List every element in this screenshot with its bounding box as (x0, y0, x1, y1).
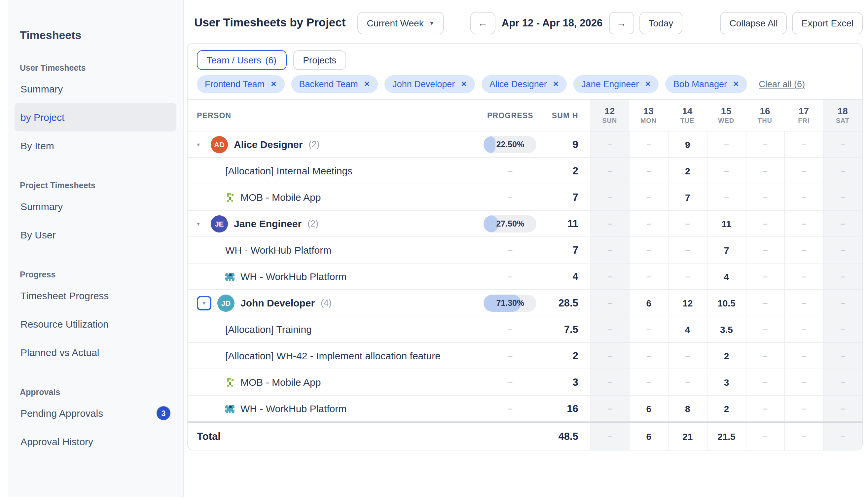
remove-filter-icon[interactable]: ✕ (645, 80, 651, 89)
day-hours-cell: – (668, 369, 707, 395)
empty-hours-dash: – (763, 431, 768, 441)
empty-hours-dash: – (802, 351, 806, 361)
empty-hours-dash: – (763, 272, 768, 281)
sidebar-section-label: User Timesheets (20, 64, 183, 73)
sidebar-item-by-project[interactable]: by Project (14, 103, 176, 132)
day-hours-cell: – (745, 158, 785, 184)
empty-hours-dash: – (802, 166, 806, 176)
day-hours-cell: – (745, 290, 785, 316)
row-label-cell: ▾JEJane Engineer(2) (187, 211, 481, 237)
progress-cell: – (481, 369, 540, 395)
clear-all-filters-link[interactable]: Clear all (6) (759, 79, 805, 89)
day-hours-cell: – (745, 369, 785, 395)
empty-hours-dash: – (802, 245, 806, 255)
period-selector-button[interactable]: Current Week ▼ (357, 12, 444, 34)
project-row: MOB - Mobile App–3–––3––– (187, 369, 862, 396)
empty-hours-dash: – (802, 404, 806, 413)
sidebar-item-summary[interactable]: Summary (14, 192, 176, 220)
empty-hours-dash: – (841, 377, 845, 387)
sidebar-item-label: Pending Approvals (21, 408, 103, 419)
progress-pill: 22.50% (484, 136, 537, 153)
sum-hours: 4 (540, 271, 590, 282)
filter-chip[interactable]: Backend Team✕ (291, 75, 378, 93)
person-name: John Developer (240, 297, 315, 308)
total-day-hours-cell: – (823, 423, 862, 450)
export-excel-button[interactable]: Export Excel (792, 12, 863, 34)
project-row: WH - WorkHub Platform–16–682––– (187, 396, 862, 421)
empty-hours-dash: – (647, 139, 651, 149)
filter-chip-label: Frontend Team (205, 79, 265, 89)
remove-filter-icon[interactable]: ✕ (271, 80, 276, 89)
project-row: WH - WorkHub Platform–4–––4––– (187, 263, 862, 290)
empty-hours-dash: – (647, 351, 651, 361)
today-button[interactable]: Today (639, 12, 683, 34)
next-week-button[interactable]: → (609, 12, 634, 34)
remove-filter-icon[interactable]: ✕ (733, 80, 739, 89)
day-column-header: 16THU (745, 100, 785, 131)
remove-filter-icon[interactable]: ✕ (364, 80, 370, 89)
sidebar-item-timesheet-progress[interactable]: Timesheet Progress (14, 281, 176, 310)
collapse-toggle[interactable]: ▾ (197, 141, 205, 148)
row-label-cell: MOB - Mobile App (187, 369, 481, 395)
progress-value: 22.50% (496, 140, 524, 149)
sidebar-item-planned-vs-actual[interactable]: Planned vs Actual (14, 338, 176, 366)
prev-week-button[interactable]: ← (470, 12, 495, 34)
sidebar-item-label: by Project (21, 112, 65, 123)
sidebar-item-label: By User (21, 229, 56, 240)
tab-team-users[interactable]: Team / Users (6) (197, 50, 286, 70)
day-column-header: 14TUE (668, 100, 707, 131)
sidebar-item-pending-approvals[interactable]: Pending Approvals3 (14, 399, 176, 427)
empty-hours-dash: – (685, 219, 690, 228)
day-hours-cell: 2 (707, 396, 746, 421)
sidebar-item-resource-utilization[interactable]: Resource Utilization (14, 310, 176, 338)
day-hours-cell: – (745, 132, 785, 157)
remove-filter-icon[interactable]: ✕ (461, 80, 467, 89)
day-hours-cell: 9 (668, 132, 707, 157)
tab-projects[interactable]: Projects (293, 50, 346, 70)
row-label-cell: WH - WorkHub Platform (187, 263, 481, 289)
empty-hours-dash: – (724, 192, 729, 202)
sidebar-item-summary[interactable]: Summary (14, 75, 176, 103)
day-hours-cell: – (823, 211, 862, 237)
filter-chip[interactable]: Jane Engineer✕ (573, 75, 659, 93)
day-hours-cell: – (590, 263, 629, 289)
remove-filter-icon[interactable]: ✕ (553, 80, 559, 89)
page-title: User Timesheets by Project (194, 16, 345, 30)
row-label-cell: ▾ADAlice Designer(2) (187, 132, 481, 157)
sum-hours: 11 (540, 218, 590, 229)
filter-chip[interactable]: Alice Designer✕ (482, 75, 567, 93)
sum-hours: 7 (540, 244, 590, 256)
collapse-all-button[interactable]: Collapse All (720, 12, 787, 34)
table-body: ▾ADAlice Designer(2)22.50%9––9––––[Alloc… (187, 132, 862, 421)
person-row: ▾JEJane Engineer(2)27.50%11–––11––– (187, 211, 862, 237)
row-label-cell: WH - WorkHub Platform (187, 396, 481, 421)
pending-count-badge: 3 (157, 406, 170, 420)
total-row: Total 48.5 –62121.5––– (187, 421, 862, 450)
day-hours-cell: – (590, 343, 629, 368)
sidebar-item-by-user[interactable]: By User (14, 220, 176, 249)
empty-hours-dash: – (841, 431, 845, 441)
day-hours-cell: 4 (707, 263, 746, 289)
topbar: User Timesheets by Project Current Week … (184, 0, 868, 43)
day-hours-cell: – (823, 316, 862, 342)
day-hours-cell: – (785, 211, 823, 237)
sidebar-title: Timesheets (20, 29, 183, 42)
person-project-count: (4) (321, 298, 332, 308)
day-hours-cell: – (590, 316, 629, 342)
empty-progress-dash: – (508, 166, 513, 176)
collapse-toggle[interactable]: ▾ (197, 220, 205, 227)
collapse-toggle-focused[interactable]: ▾ (197, 296, 212, 310)
day-hours-cell: 3 (707, 369, 746, 395)
empty-hours-dash: – (607, 404, 612, 413)
sidebar-item-approval-history[interactable]: Approval History (14, 427, 176, 456)
sidebar-item-by-item[interactable]: By Item (14, 132, 176, 160)
filter-chip[interactable]: Bob Manager✕ (665, 75, 747, 93)
day-hours-cell: – (785, 343, 823, 368)
empty-hours-dash: – (607, 272, 612, 281)
sidebar-section-label: Progress (20, 270, 183, 280)
filter-chip[interactable]: Frontend Team✕ (197, 75, 285, 93)
total-day-hours-cell: 21 (668, 423, 707, 450)
empty-hours-dash: – (763, 192, 768, 202)
empty-progress-dash: – (508, 245, 513, 255)
filter-chip[interactable]: John Developer✕ (385, 75, 475, 93)
